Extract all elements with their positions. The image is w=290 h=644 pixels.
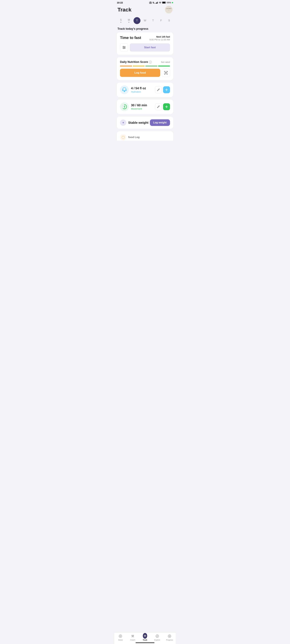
movement-value: 30 / 60 min [131, 104, 153, 107]
start-fast-button[interactable]: Start fast [130, 44, 170, 52]
movement-actions [155, 103, 170, 110]
home-indicator [136, 642, 154, 643]
nutrition-bar [120, 66, 170, 66]
fast-next-label: Next 14h fast [150, 36, 170, 38]
svg-rect-4 [156, 3, 156, 4]
movement-info: 30 / 60 min Movement [131, 104, 153, 110]
week-days: S M T W T F S [114, 16, 176, 27]
log-food-button[interactable]: Log food [120, 69, 160, 77]
fast-actions: Start fast [120, 44, 170, 52]
status-icons: 95% [149, 2, 173, 4]
weight-label: Stable weight [128, 121, 148, 124]
coach-svg [131, 634, 134, 638]
movement-edit-button[interactable] [155, 103, 162, 110]
svg-rect-5 [156, 2, 156, 4]
track-add-icon [143, 634, 147, 638]
hydration-add-button[interactable] [163, 86, 170, 93]
header: Track Let them♡ [114, 4, 176, 16]
avatar[interactable]: Let them♡ [165, 6, 172, 13]
nav-item-coach[interactable]: Coach [128, 634, 138, 641]
day-monday[interactable]: M [126, 17, 132, 24]
ai-camera-icon [164, 71, 168, 75]
svg-point-20 [166, 72, 166, 73]
progress-svg [168, 634, 172, 638]
svg-point-32 [122, 136, 124, 139]
svg-point-9 [160, 3, 160, 4]
svg-rect-24 [124, 90, 125, 91]
pencil-icon [157, 105, 160, 108]
movement-icon [122, 104, 127, 110]
nav-item-progress[interactable]: Progress [164, 634, 174, 641]
nav-label-home: Home [118, 639, 123, 641]
track-add-btn[interactable] [143, 633, 147, 639]
weight-left: Stable weight [120, 120, 148, 126]
weight-card: Stable weight Log weight [117, 116, 173, 129]
day-saturday[interactable]: S [166, 17, 172, 24]
hydration-icon [122, 87, 127, 92]
svg-point-36 [133, 635, 134, 636]
day-tuesday[interactable]: T [134, 17, 140, 24]
day-sunday[interactable]: S [118, 17, 124, 24]
svg-point-42 [169, 636, 170, 636]
plus-svg [144, 634, 146, 638]
food-log-partial-card: food Log [117, 131, 173, 141]
svg-point-1 [150, 2, 151, 3]
home-svg [118, 634, 122, 638]
fast-time-range: 9:00 PM to 11:00 AM [150, 38, 170, 41]
svg-rect-0 [150, 2, 152, 4]
nav-item-home[interactable]: Home [116, 634, 126, 641]
explore-svg [156, 634, 159, 638]
bar-segment-orange [120, 66, 132, 66]
explore-icon [155, 634, 160, 638]
hydration-actions [155, 86, 170, 93]
nav-item-track[interactable]: Track [140, 634, 150, 641]
page-title: Track [118, 6, 132, 13]
svg-rect-8 [158, 2, 158, 4]
nutrition-actions: Log food [120, 69, 170, 77]
progress-icon [167, 634, 172, 638]
movement-add-button[interactable] [163, 103, 170, 110]
nav-label-progress: Progress [166, 639, 173, 641]
day-friday[interactable]: F [158, 17, 164, 24]
plus-icon [165, 88, 168, 91]
svg-rect-23 [125, 89, 126, 91]
svg-point-21 [167, 72, 167, 72]
hydration-info: 4 / 54 fl oz Hydration [131, 86, 153, 93]
coach-icon [130, 634, 135, 638]
ai-scan-button[interactable] [162, 69, 170, 77]
bar-segment-green [158, 66, 170, 66]
svg-rect-22 [122, 89, 124, 91]
fast-schedule: Next 14h fast 9:00 PM to 11:00 AM [150, 36, 170, 41]
nutrition-title: Daily Nutrition Score [120, 60, 148, 64]
nav-label-explore: Explore [154, 639, 160, 641]
pencil-icon [157, 88, 160, 91]
day-wednesday[interactable]: W [142, 17, 148, 24]
movement-card: 30 / 60 min Movement [117, 100, 173, 114]
arrow-right-circle-icon [121, 120, 125, 125]
food-icon [122, 136, 125, 139]
camera-icon [149, 2, 152, 4]
svg-rect-2 [150, 2, 151, 2]
svg-point-17 [124, 47, 125, 48]
hydration-icon-wrap [120, 85, 129, 94]
status-bar: 10:22 [114, 0, 176, 4]
fast-title: Time to fast [120, 36, 141, 40]
info-icon[interactable]: i [149, 61, 152, 64]
food-log-partial-label: food Log [128, 136, 140, 139]
day-dot [128, 22, 129, 23]
mute-icon [152, 2, 155, 4]
nutrition-title-row: Daily Nutrition Score i [120, 60, 152, 64]
bar-segment-light-green [145, 66, 158, 66]
day-dot [120, 22, 121, 23]
log-weight-button[interactable]: Log weight [150, 119, 170, 126]
hydration-edit-button[interactable] [155, 86, 162, 93]
svg-point-35 [132, 635, 132, 636]
nav-item-explore[interactable]: Explore [152, 634, 162, 641]
nutrition-header: Daily Nutrition Score i Not rated [120, 60, 170, 64]
signal-icon [156, 2, 158, 4]
day-thursday[interactable]: T [150, 17, 156, 24]
fast-settings-button[interactable] [120, 44, 128, 52]
svg-point-16 [123, 46, 124, 47]
home-icon [118, 634, 123, 638]
svg-point-34 [120, 636, 121, 636]
